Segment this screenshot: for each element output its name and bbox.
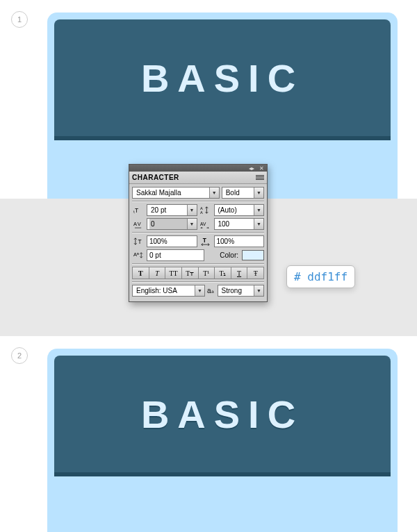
svg-text:AV: AV (200, 222, 206, 226)
kerning-combo[interactable]: 0▼ (147, 218, 197, 230)
card-title-text: BASIC (141, 56, 304, 101)
step-2-section: 2 BASIC (0, 336, 417, 532)
step-badge-1: 1 (11, 11, 28, 28)
vscale-value: 100% (149, 238, 167, 245)
chevron-down-icon[interactable]: ▼ (254, 188, 263, 198)
color-swatch[interactable] (242, 250, 264, 260)
svg-text:A: A (200, 206, 203, 210)
kerning-icon: AV (132, 218, 145, 230)
chevron-down-icon[interactable]: ▼ (209, 188, 219, 198)
step-number: 1 (17, 15, 22, 24)
svg-text:T: T (203, 237, 206, 244)
chevron-down-icon[interactable]: ▼ (254, 219, 263, 229)
panel-tabbar: ◂▸ ✕ (129, 165, 267, 172)
panel-menu-icon[interactable] (256, 175, 264, 180)
allcaps-button[interactable]: TT (165, 267, 181, 279)
underline-button[interactable]: T (231, 267, 247, 279)
chevron-down-icon[interactable]: ▼ (187, 219, 197, 229)
faux-bold-button[interactable]: T (132, 267, 149, 279)
vscale-icon: T (132, 235, 145, 247)
leading-combo[interactable]: (Auto)▼ (214, 204, 265, 216)
card-divider (54, 472, 391, 476)
hscale-value: 100% (217, 238, 235, 245)
svg-text:Aª: Aª (133, 251, 139, 258)
svg-text:T: T (138, 238, 141, 245)
hscale-icon: T (199, 235, 212, 247)
svg-text:V: V (137, 221, 140, 227)
subscript-button[interactable]: T₁ (214, 267, 231, 279)
superscript-button[interactable]: T¹ (198, 267, 215, 279)
baseline-field[interactable]: 0 pt (147, 249, 204, 261)
card-header: BASIC (54, 19, 391, 136)
antialias-icon: aₐ (207, 287, 215, 294)
baseline-value: 0 pt (149, 251, 161, 259)
smallcaps-button[interactable]: Tᴛ (181, 267, 198, 279)
character-panel: ◂▸ ✕ CHARACTER Sakkal Majalla▼ Bold▼ ₜT … (129, 164, 268, 302)
card-preview: BASIC (47, 349, 398, 532)
panel-title: CHARACTER (132, 174, 179, 181)
chevron-down-icon[interactable]: ▼ (195, 285, 204, 296)
strikethrough-button[interactable]: Ŧ (247, 267, 264, 279)
baseline-icon: Aª (132, 249, 145, 261)
close-icon[interactable]: ✕ (258, 166, 265, 171)
hex-color-text: # ddf1ff (294, 270, 348, 283)
font-size-combo[interactable]: 20 pt▼ (147, 204, 197, 216)
svg-text:A: A (133, 221, 137, 227)
font-family-value: Sakkal Majalla (135, 188, 219, 198)
faux-italic-button[interactable]: T (149, 267, 165, 279)
tracking-icon: AV (199, 218, 212, 230)
leading-icon: AA (199, 204, 212, 216)
card-header: BASIC (54, 356, 391, 472)
language-value: English: USA (135, 285, 204, 296)
chevron-down-icon[interactable]: ▼ (254, 205, 263, 215)
svg-text:A: A (200, 210, 203, 215)
panel-tab: CHARACTER (129, 172, 267, 184)
font-family-combo[interactable]: Sakkal Majalla▼ (132, 187, 220, 199)
language-combo[interactable]: English: USA▼ (132, 285, 205, 297)
font-style-combo[interactable]: Bold▼ (222, 187, 264, 199)
hex-color-callout: # ddf1ff (286, 265, 355, 288)
type-style-row: T T TT Tᴛ T¹ T₁ T Ŧ (132, 267, 264, 279)
tracking-combo[interactable]: 100▼ (214, 218, 265, 230)
panel-body: Sakkal Majalla▼ Bold▼ ₜT 20 pt▼ AA (Auto… (129, 184, 267, 301)
color-label: Color: (206, 251, 240, 259)
step-number: 2 (17, 351, 22, 360)
hscale-field[interactable]: 100% (214, 235, 265, 247)
step-badge-2: 2 (11, 347, 28, 364)
svg-text:ₜT: ₜT (133, 207, 138, 214)
card-divider (54, 136, 391, 140)
antialias-combo[interactable]: Strong▼ (218, 285, 264, 297)
chevron-down-icon[interactable]: ▼ (254, 285, 263, 296)
font-size-icon: ₜT (132, 204, 145, 216)
card-title-text: BASIC (141, 392, 304, 437)
collapse-icon[interactable]: ◂▸ (248, 166, 255, 171)
chevron-down-icon[interactable]: ▼ (187, 205, 197, 215)
vscale-field[interactable]: 100% (147, 235, 197, 247)
